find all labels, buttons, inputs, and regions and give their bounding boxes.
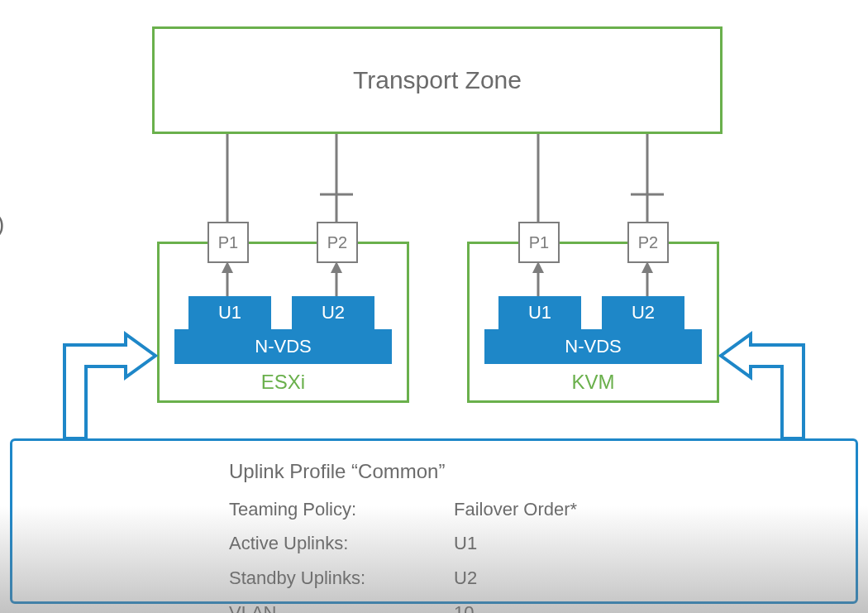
uplink-profile-box: Uplink Profile “Common” Teaming Policy: …: [10, 438, 858, 604]
profile-key-vlan: VLAN: [229, 596, 454, 613]
profile-val-teaming: Failover Order*: [454, 492, 577, 527]
profile-title: Uplink Profile “Common”: [229, 453, 577, 491]
host-kvm-box: U1 U2 N-VDS KVM: [467, 242, 719, 403]
port-esxi-p1: P1: [207, 222, 249, 263]
profile-key-teaming: Teaming Policy:: [229, 492, 454, 527]
profile-row-active: Active Uplinks: U1: [229, 526, 577, 561]
esxi-uplink-u2: U2: [292, 296, 374, 329]
profile-val-vlan: 10: [454, 596, 474, 613]
transport-zone-box: Transport Zone: [152, 26, 723, 134]
profile-key-active: Active Uplinks:: [229, 526, 454, 561]
esxi-uplink-u1: U1: [188, 296, 271, 329]
esxi-nvds: N-VDS: [174, 329, 392, 364]
profile-row-teaming: Teaming Policy: Failover Order*: [229, 492, 577, 527]
host-esxi-box: U1 U2 N-VDS ESXi: [157, 242, 409, 403]
profile-key-standby: Standby Uplinks:: [229, 561, 454, 596]
kvm-label: KVM: [470, 371, 717, 394]
port-kvm-p2: P2: [627, 222, 669, 263]
port-esxi-p2: P2: [317, 222, 358, 263]
profile-row-vlan: VLAN 10: [229, 596, 577, 613]
stray-paren: ): [0, 211, 4, 237]
transport-zone-label: Transport Zone: [353, 66, 522, 94]
profile-val-standby: U2: [454, 561, 477, 596]
kvm-uplink-u2: U2: [602, 296, 684, 329]
profile-row-standby: Standby Uplinks: U2: [229, 561, 577, 596]
kvm-nvds: N-VDS: [484, 329, 702, 364]
profile-val-active: U1: [454, 526, 477, 561]
esxi-label: ESXi: [160, 371, 407, 394]
port-kvm-p1: P1: [518, 222, 560, 263]
kvm-uplink-u1: U1: [498, 296, 581, 329]
